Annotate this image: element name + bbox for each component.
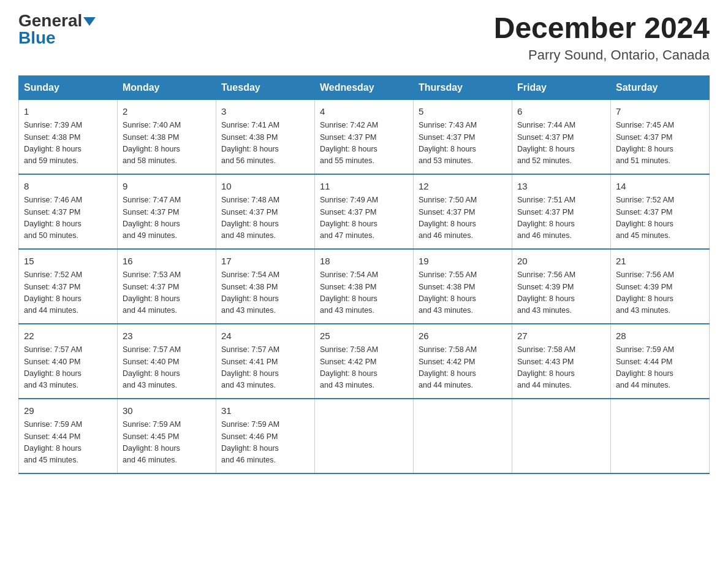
day-number: 25: [320, 329, 408, 343]
day-number: 9: [123, 180, 211, 194]
day-info: Sunrise: 7:58 AMSunset: 4:42 PMDaylight:…: [320, 344, 408, 392]
calendar-cell: 9 Sunrise: 7:47 AMSunset: 4:37 PMDayligh…: [118, 174, 216, 249]
day-number: 3: [221, 105, 309, 119]
day-number: 22: [24, 329, 112, 343]
calendar-cell: 26 Sunrise: 7:58 AMSunset: 4:42 PMDaylig…: [414, 324, 512, 399]
day-number: 29: [24, 404, 112, 418]
day-number: 16: [123, 255, 211, 269]
calendar-cell: 24 Sunrise: 7:57 AMSunset: 4:41 PMDaylig…: [216, 324, 315, 399]
calendar-cell: 18 Sunrise: 7:54 AMSunset: 4:38 PMDaylig…: [315, 249, 414, 324]
day-info: Sunrise: 7:50 AMSunset: 4:37 PMDaylight:…: [419, 194, 507, 242]
day-number: 6: [517, 105, 605, 119]
weekday-header-tuesday: Tuesday: [216, 75, 315, 99]
day-info: Sunrise: 7:55 AMSunset: 4:38 PMDaylight:…: [419, 269, 507, 317]
day-number: 10: [221, 180, 309, 194]
calendar-cell: 13 Sunrise: 7:51 AMSunset: 4:37 PMDaylig…: [512, 174, 611, 249]
day-info: Sunrise: 7:48 AMSunset: 4:37 PMDaylight:…: [221, 194, 309, 242]
calendar-cell: 12 Sunrise: 7:50 AMSunset: 4:37 PMDaylig…: [414, 174, 512, 249]
calendar-week-row: 22 Sunrise: 7:57 AMSunset: 4:40 PMDaylig…: [19, 324, 710, 399]
day-info: Sunrise: 7:59 AMSunset: 4:44 PMDaylight:…: [24, 419, 112, 467]
logo-general-row: General: [18, 12, 96, 29]
page-header: General Blue December 2024 Parry Sound, …: [18, 12, 710, 63]
calendar-cell: 17 Sunrise: 7:54 AMSunset: 4:38 PMDaylig…: [216, 249, 315, 324]
weekday-header-thursday: Thursday: [414, 75, 512, 99]
day-number: 17: [221, 255, 309, 269]
calendar-cell: 16 Sunrise: 7:53 AMSunset: 4:37 PMDaylig…: [118, 249, 216, 324]
day-number: 15: [24, 255, 112, 269]
day-number: 14: [616, 180, 704, 194]
day-number: 19: [419, 255, 507, 269]
title-block: December 2024 Parry Sound, Ontario, Cana…: [494, 12, 710, 63]
calendar-cell: 7 Sunrise: 7:45 AMSunset: 4:37 PMDayligh…: [611, 99, 710, 174]
day-info: Sunrise: 7:59 AMSunset: 4:45 PMDaylight:…: [123, 419, 211, 467]
calendar-cell: 3 Sunrise: 7:41 AMSunset: 4:38 PMDayligh…: [216, 99, 315, 174]
day-number: 4: [320, 105, 408, 119]
day-info: Sunrise: 7:59 AMSunset: 4:46 PMDaylight:…: [221, 419, 309, 467]
day-number: 26: [419, 329, 507, 343]
calendar-week-row: 29 Sunrise: 7:59 AMSunset: 4:44 PMDaylig…: [19, 399, 710, 473]
calendar-week-row: 15 Sunrise: 7:52 AMSunset: 4:37 PMDaylig…: [19, 249, 710, 324]
day-info: Sunrise: 7:39 AMSunset: 4:38 PMDaylight:…: [24, 120, 112, 167]
day-number: 27: [517, 329, 605, 343]
weekday-header-monday: Monday: [118, 75, 216, 99]
weekday-header-saturday: Saturday: [611, 75, 710, 99]
calendar-cell: 21 Sunrise: 7:56 AMSunset: 4:39 PMDaylig…: [611, 249, 710, 324]
day-info: Sunrise: 7:54 AMSunset: 4:38 PMDaylight:…: [320, 269, 408, 317]
calendar-cell: 15 Sunrise: 7:52 AMSunset: 4:37 PMDaylig…: [19, 249, 118, 324]
calendar-cell: 8 Sunrise: 7:46 AMSunset: 4:37 PMDayligh…: [19, 174, 118, 249]
day-number: 5: [419, 105, 507, 119]
day-info: Sunrise: 7:57 AMSunset: 4:41 PMDaylight:…: [221, 344, 309, 392]
day-number: 8: [24, 180, 112, 194]
calendar-cell: 28 Sunrise: 7:59 AMSunset: 4:44 PMDaylig…: [611, 324, 710, 399]
day-info: Sunrise: 7:49 AMSunset: 4:37 PMDaylight:…: [320, 194, 408, 242]
day-info: Sunrise: 7:44 AMSunset: 4:37 PMDaylight:…: [517, 120, 605, 167]
location-title: Parry Sound, Ontario, Canada: [494, 47, 710, 63]
day-info: Sunrise: 7:40 AMSunset: 4:38 PMDaylight:…: [123, 120, 211, 167]
calendar-week-row: 8 Sunrise: 7:46 AMSunset: 4:37 PMDayligh…: [19, 174, 710, 249]
day-info: Sunrise: 7:57 AMSunset: 4:40 PMDaylight:…: [123, 344, 211, 392]
day-number: 30: [123, 404, 211, 418]
calendar-cell: 30 Sunrise: 7:59 AMSunset: 4:45 PMDaylig…: [118, 399, 216, 473]
weekday-header-friday: Friday: [512, 75, 611, 99]
weekday-header-sunday: Sunday: [19, 75, 118, 99]
calendar-header-row: SundayMondayTuesdayWednesdayThursdayFrid…: [19, 75, 710, 99]
calendar-table: SundayMondayTuesdayWednesdayThursdayFrid…: [18, 75, 710, 474]
day-info: Sunrise: 7:54 AMSunset: 4:38 PMDaylight:…: [221, 269, 309, 317]
day-number: 2: [123, 105, 211, 119]
calendar-cell: [315, 399, 414, 473]
day-number: 12: [419, 180, 507, 194]
calendar-cell: 29 Sunrise: 7:59 AMSunset: 4:44 PMDaylig…: [19, 399, 118, 473]
calendar-cell: 11 Sunrise: 7:49 AMSunset: 4:37 PMDaylig…: [315, 174, 414, 249]
month-title: December 2024: [494, 12, 710, 45]
day-info: Sunrise: 7:51 AMSunset: 4:37 PMDaylight:…: [517, 194, 605, 242]
day-info: Sunrise: 7:45 AMSunset: 4:37 PMDaylight:…: [616, 120, 704, 167]
day-number: 24: [221, 329, 309, 343]
calendar-cell: [414, 399, 512, 473]
calendar-cell: 23 Sunrise: 7:57 AMSunset: 4:40 PMDaylig…: [118, 324, 216, 399]
day-info: Sunrise: 7:53 AMSunset: 4:37 PMDaylight:…: [123, 269, 211, 317]
logo-blue-text: Blue: [18, 28, 56, 47]
calendar-week-row: 1 Sunrise: 7:39 AMSunset: 4:38 PMDayligh…: [19, 99, 710, 174]
day-number: 23: [123, 329, 211, 343]
day-info: Sunrise: 7:52 AMSunset: 4:37 PMDaylight:…: [24, 269, 112, 317]
day-number: 7: [616, 105, 704, 119]
day-info: Sunrise: 7:42 AMSunset: 4:37 PMDaylight:…: [320, 120, 408, 167]
calendar-cell: 5 Sunrise: 7:43 AMSunset: 4:37 PMDayligh…: [414, 99, 512, 174]
day-info: Sunrise: 7:56 AMSunset: 4:39 PMDaylight:…: [616, 269, 704, 317]
day-info: Sunrise: 7:52 AMSunset: 4:37 PMDaylight:…: [616, 194, 704, 242]
day-number: 18: [320, 255, 408, 269]
calendar-cell: [611, 399, 710, 473]
calendar-cell: 31 Sunrise: 7:59 AMSunset: 4:46 PMDaylig…: [216, 399, 315, 473]
calendar-cell: 10 Sunrise: 7:48 AMSunset: 4:37 PMDaylig…: [216, 174, 315, 249]
day-info: Sunrise: 7:43 AMSunset: 4:37 PMDaylight:…: [419, 120, 507, 167]
logo-triangle-icon: [83, 17, 96, 26]
day-number: 1: [24, 105, 112, 119]
day-info: Sunrise: 7:46 AMSunset: 4:37 PMDaylight:…: [24, 194, 112, 242]
day-number: 21: [616, 255, 704, 269]
day-info: Sunrise: 7:47 AMSunset: 4:37 PMDaylight:…: [123, 194, 211, 242]
day-info: Sunrise: 7:56 AMSunset: 4:39 PMDaylight:…: [517, 269, 605, 317]
calendar-cell: 14 Sunrise: 7:52 AMSunset: 4:37 PMDaylig…: [611, 174, 710, 249]
calendar-cell: 19 Sunrise: 7:55 AMSunset: 4:38 PMDaylig…: [414, 249, 512, 324]
day-number: 28: [616, 329, 704, 343]
day-info: Sunrise: 7:58 AMSunset: 4:42 PMDaylight:…: [419, 344, 507, 392]
